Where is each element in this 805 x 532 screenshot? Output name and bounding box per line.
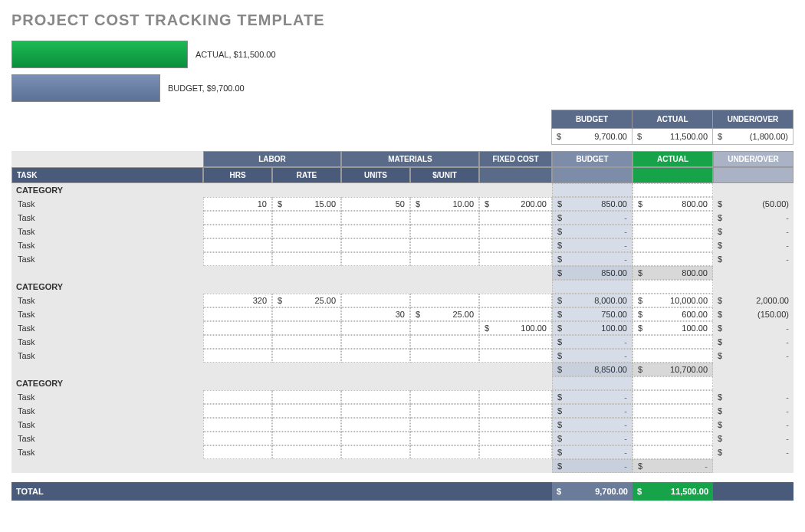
- units-input[interactable]: [341, 238, 410, 252]
- rate-input[interactable]: [272, 390, 341, 404]
- hrs-input[interactable]: [203, 321, 272, 335]
- fixed-input[interactable]: [479, 335, 552, 349]
- per-input[interactable]: $10.00: [410, 197, 479, 211]
- rate-input[interactable]: [272, 252, 341, 266]
- hrs-input[interactable]: [203, 432, 272, 445]
- hrs-input[interactable]: [203, 335, 272, 349]
- fixed-input[interactable]: [479, 252, 552, 266]
- per-input[interactable]: [410, 294, 479, 307]
- rate-input[interactable]: [272, 321, 341, 335]
- rate-input[interactable]: [272, 307, 341, 321]
- per-input[interactable]: [410, 390, 479, 404]
- budget-cell: $-: [552, 252, 632, 266]
- task-name: Task: [12, 252, 203, 266]
- hrs-input[interactable]: [203, 390, 272, 404]
- rate-input[interactable]: [272, 418, 341, 432]
- units-input[interactable]: [341, 335, 410, 349]
- per-input[interactable]: [410, 404, 479, 418]
- per-input[interactable]: [410, 211, 479, 225]
- rate-input[interactable]: [272, 225, 341, 238]
- page-title: PROJECT COST TRACKING TEMPLATE: [12, 11, 794, 29]
- subtotal-actual[interactable]: $10,700.00: [632, 363, 713, 376]
- per-input[interactable]: [410, 432, 479, 445]
- units-input[interactable]: 30: [341, 307, 410, 321]
- actual-input[interactable]: [632, 349, 713, 363]
- units-input[interactable]: [341, 432, 410, 445]
- units-input[interactable]: [341, 404, 410, 418]
- bar-actual-label: ACTUAL, $11,500.00: [196, 50, 276, 59]
- hrs-input[interactable]: 10: [203, 197, 272, 211]
- fixed-input[interactable]: [479, 307, 552, 321]
- fixed-input[interactable]: [479, 404, 552, 418]
- budget-cell: $100.00: [552, 321, 632, 335]
- fixed-input[interactable]: [479, 294, 552, 307]
- units-input[interactable]: [341, 445, 410, 459]
- fixed-input[interactable]: [479, 225, 552, 238]
- actual-input[interactable]: $100.00: [632, 321, 713, 335]
- per-input[interactable]: [410, 321, 479, 335]
- hrs-input[interactable]: 320: [203, 294, 272, 307]
- hrs-input[interactable]: [203, 238, 272, 252]
- units-input[interactable]: [341, 418, 410, 432]
- rate-input[interactable]: [272, 432, 341, 445]
- units-input[interactable]: [341, 252, 410, 266]
- actual-input[interactable]: [632, 404, 713, 418]
- rate-input[interactable]: $25.00: [272, 294, 341, 307]
- actual-input[interactable]: [632, 418, 713, 432]
- rate-input[interactable]: [272, 404, 341, 418]
- subtotal-actual[interactable]: $800.00: [632, 266, 713, 280]
- hrs-input[interactable]: [203, 307, 272, 321]
- actual-input[interactable]: [632, 432, 713, 445]
- units-input[interactable]: [341, 225, 410, 238]
- per-input[interactable]: [410, 418, 479, 432]
- fixed-input[interactable]: $200.00: [479, 197, 552, 211]
- hrs-input[interactable]: [203, 225, 272, 238]
- per-input[interactable]: [410, 349, 479, 363]
- actual-input[interactable]: $600.00: [632, 307, 713, 321]
- hrs-input[interactable]: [203, 349, 272, 363]
- per-input[interactable]: [410, 225, 479, 238]
- actual-input[interactable]: [632, 445, 713, 459]
- units-input[interactable]: [341, 211, 410, 225]
- budget-cell: $-: [552, 390, 632, 404]
- actual-input[interactable]: [632, 225, 713, 238]
- rate-input[interactable]: [272, 349, 341, 363]
- per-input[interactable]: $25.00: [410, 307, 479, 321]
- rate-input[interactable]: [272, 335, 341, 349]
- fixed-input[interactable]: $100.00: [479, 321, 552, 335]
- per-input[interactable]: [410, 445, 479, 459]
- rate-input[interactable]: $15.00: [272, 197, 341, 211]
- actual-input[interactable]: [632, 211, 713, 225]
- actual-input[interactable]: $10,000.00: [632, 294, 713, 307]
- rate-input[interactable]: [272, 445, 341, 459]
- actual-input[interactable]: [632, 252, 713, 266]
- units-input[interactable]: 50: [341, 197, 410, 211]
- per-input[interactable]: [410, 252, 479, 266]
- units-input[interactable]: [341, 321, 410, 335]
- hrs-input[interactable]: [203, 418, 272, 432]
- hrs-input[interactable]: [203, 404, 272, 418]
- header-rate: RATE: [272, 167, 341, 183]
- per-input[interactable]: [410, 335, 479, 349]
- actual-input[interactable]: [632, 335, 713, 349]
- rate-input[interactable]: [272, 238, 341, 252]
- fixed-input[interactable]: [479, 418, 552, 432]
- actual-input[interactable]: [632, 390, 713, 404]
- hrs-input[interactable]: [203, 252, 272, 266]
- hrs-input[interactable]: [203, 445, 272, 459]
- fixed-input[interactable]: [479, 432, 552, 445]
- fixed-input[interactable]: [479, 390, 552, 404]
- units-input[interactable]: [341, 294, 410, 307]
- rate-input[interactable]: [272, 211, 341, 225]
- fixed-input[interactable]: [479, 445, 552, 459]
- hrs-input[interactable]: [203, 211, 272, 225]
- fixed-input[interactable]: [479, 349, 552, 363]
- subtotal-actual[interactable]: $-: [632, 459, 713, 473]
- actual-input[interactable]: [632, 238, 713, 252]
- units-input[interactable]: [341, 390, 410, 404]
- fixed-input[interactable]: [479, 238, 552, 252]
- actual-input[interactable]: $800.00: [632, 197, 713, 211]
- units-input[interactable]: [341, 349, 410, 363]
- per-input[interactable]: [410, 238, 479, 252]
- fixed-input[interactable]: [479, 211, 552, 225]
